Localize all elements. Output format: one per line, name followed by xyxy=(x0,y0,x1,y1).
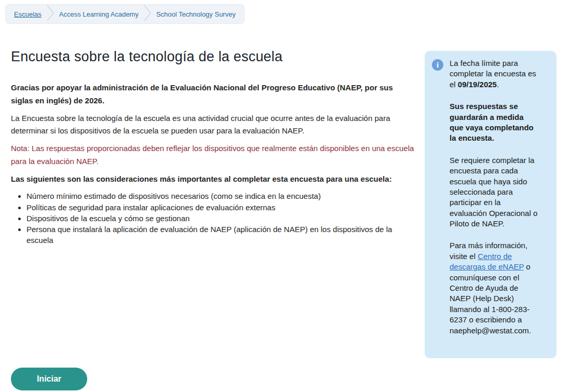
breadcrumb-item-escuelas[interactable]: Escuelas xyxy=(14,10,42,18)
deadline-period: . xyxy=(497,80,499,89)
considerations-heading: Las siguientes son las consideraciones m… xyxy=(11,173,415,186)
chevron-right-icon xyxy=(144,4,151,24)
list-item: Persona que instalará la aplicación de e… xyxy=(26,224,415,246)
considerations-list: Número mínimo estimado de dispositivos n… xyxy=(11,191,415,246)
autosave-paragraph: Sus respuestas se guardarán a medida que… xyxy=(450,101,539,144)
more-info-contact-text: o comuníquese con el Centro de Ayuda de … xyxy=(450,262,531,334)
list-item: Políticas de seguridad para instalar apl… xyxy=(26,202,415,213)
description-paragraph: La Encuesta sobre la tecnología de la es… xyxy=(11,112,415,138)
chevron-right-icon xyxy=(47,4,54,24)
intro-paragraph: Gracias por apoyar la administración de … xyxy=(11,82,415,107)
info-icon: i xyxy=(432,59,443,71)
requirement-paragraph: Se requiere completar la encuesta para c… xyxy=(450,155,539,229)
breadcrumb-item-school[interactable]: Access Learning Academy xyxy=(59,10,139,18)
deadline-paragraph: La fecha límite para completar la encues… xyxy=(450,58,539,90)
page-title: Encuesta sobre la tecnología de la escue… xyxy=(11,49,415,65)
note-paragraph: Nota: Las respuestas proporcionadas debe… xyxy=(11,142,415,168)
list-item: Dispositivos de la escuela y cómo se ges… xyxy=(26,213,415,224)
info-panel-body: La fecha límite para completar la encues… xyxy=(450,58,539,336)
info-panel: i La fecha límite para completar la encu… xyxy=(425,51,557,358)
breadcrumb-item-current: School Technology Survey xyxy=(156,10,236,18)
list-item: Número mínimo estimado de dispositivos n… xyxy=(26,191,415,201)
start-survey-button[interactable]: Iniciar xyxy=(11,368,87,390)
deadline-date: 09/19/2025 xyxy=(458,80,497,89)
breadcrumb: Escuelas Access Learning Academy School … xyxy=(5,4,245,24)
more-info-paragraph: Para más información, visite el Centro d… xyxy=(450,240,539,336)
main-content: Encuesta sobre la tecnología de la escue… xyxy=(11,49,415,246)
